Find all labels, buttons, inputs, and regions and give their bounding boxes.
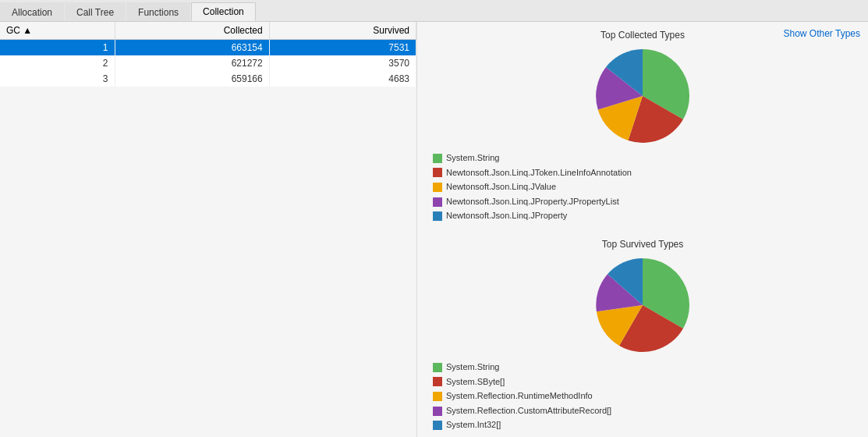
survived-pie-chart — [592, 254, 693, 356]
legend-item: System.Int32[] — [433, 418, 611, 432]
legend-label: System.String — [446, 151, 499, 165]
legend-label: Newtonsoft.Json.Linq.JToken.LineInfoAnno… — [446, 166, 632, 180]
tab-collection[interactable]: Collection — [191, 2, 256, 21]
col-header-collected[interactable]: Collected — [115, 22, 269, 40]
right-panel: Show Other Types Top Collected Types — [417, 22, 868, 437]
top-survived-chart — [592, 254, 693, 356]
left-panel: GC ▲ Collected Survived 1 663154 7531 2 … — [0, 22, 417, 437]
table-row[interactable]: 3 659166 4683 — [0, 71, 416, 87]
legend-label: System.Int32[] — [446, 418, 501, 432]
legend-color-swatch — [433, 183, 442, 192]
top-survived-section: Top Survived Types System.String — [417, 231, 868, 437]
legend-item: Newtonsoft.Json.Linq.JValue — [433, 180, 632, 194]
top-survived-title: Top Survived Types — [602, 239, 684, 250]
tab-bar: Allocation Call Tree Functions Collectio… — [0, 0, 868, 22]
cell-survived: 4683 — [269, 71, 416, 87]
collected-legend: System.String Newtonsoft.Json.Linq.JToke… — [417, 151, 632, 224]
legend-item: System.SByte[] — [433, 375, 611, 389]
legend-item: Newtonsoft.Json.Linq.JToken.LineInfoAnno… — [433, 166, 632, 180]
legend-label: System.String — [446, 361, 499, 375]
legend-item: System.Reflection.CustomAttributeRecord[… — [433, 404, 611, 418]
legend-label: System.Reflection.CustomAttributeRecord[… — [446, 404, 611, 418]
legend-color-swatch — [433, 197, 442, 207]
legend-label: System.SByte[] — [446, 375, 505, 389]
legend-color-swatch — [433, 168, 442, 177]
cell-collected: 621272 — [115, 55, 269, 71]
legend-color-swatch — [433, 407, 442, 416]
legend-item: Newtonsoft.Json.Linq.JProperty.JProperty… — [433, 195, 632, 209]
legend-item: System.String — [433, 361, 611, 375]
tab-functions[interactable]: Functions — [126, 2, 190, 21]
col-header-survived[interactable]: Survived — [269, 22, 416, 40]
show-other-types-link[interactable]: Show Other Types — [784, 28, 861, 39]
legend-item: System.String — [433, 151, 632, 165]
legend-color-swatch — [433, 377, 442, 386]
gc-table: GC ▲ Collected Survived 1 663154 7531 2 … — [0, 22, 416, 87]
cell-collected: 663154 — [115, 40, 269, 56]
legend-item: System.Reflection.RuntimeMethodInfo — [433, 389, 611, 403]
table-row[interactable]: 2 621272 3570 — [0, 55, 416, 71]
legend-label: Newtonsoft.Json.Linq.JProperty.JProperty… — [446, 195, 619, 209]
collected-pie-chart — [592, 45, 693, 147]
top-collected-title: Top Collected Types — [601, 30, 685, 41]
main-content: GC ▲ Collected Survived 1 663154 7531 2 … — [0, 22, 868, 437]
col-header-gc[interactable]: GC ▲ — [0, 22, 115, 40]
legend-color-swatch — [433, 363, 442, 372]
legend-item: Newtonsoft.Json.Linq.JProperty — [433, 209, 632, 223]
survived-legend: System.String System.SByte[] System.Refl… — [417, 361, 611, 433]
cell-gc: 1 — [0, 40, 115, 56]
legend-color-swatch — [433, 392, 442, 401]
cell-gc: 3 — [0, 71, 115, 87]
tab-allocation[interactable]: Allocation — [0, 2, 64, 21]
legend-color-swatch — [433, 421, 442, 430]
cell-survived: 7531 — [269, 40, 416, 56]
legend-label: Newtonsoft.Json.Linq.JProperty — [446, 209, 567, 223]
top-collected-chart — [592, 45, 693, 147]
cell-collected: 659166 — [115, 71, 269, 87]
legend-label: System.Reflection.RuntimeMethodInfo — [446, 389, 593, 403]
table-row[interactable]: 1 663154 7531 — [0, 40, 416, 56]
legend-label: Newtonsoft.Json.Linq.JValue — [446, 180, 556, 194]
cell-survived: 3570 — [269, 55, 416, 71]
top-collected-section: Top Collected Types System.String — [417, 22, 868, 228]
tab-call-tree[interactable]: Call Tree — [65, 2, 126, 21]
legend-color-swatch — [433, 211, 442, 221]
cell-gc: 2 — [0, 55, 115, 71]
legend-color-swatch — [433, 154, 442, 163]
